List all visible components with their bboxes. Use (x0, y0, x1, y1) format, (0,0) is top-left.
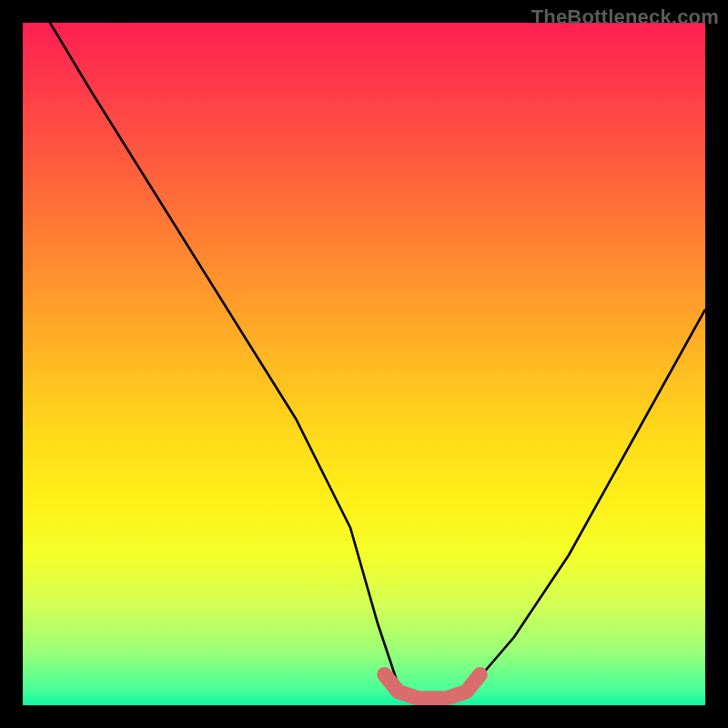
chart-frame: TheBottleneck.com (0, 0, 728, 728)
curve-layer (23, 23, 705, 705)
plot-area (23, 23, 705, 705)
watermark-text: TheBottleneck.com (531, 5, 719, 29)
optimal-range-marker (385, 674, 480, 698)
bottleneck-curve (23, 23, 705, 699)
